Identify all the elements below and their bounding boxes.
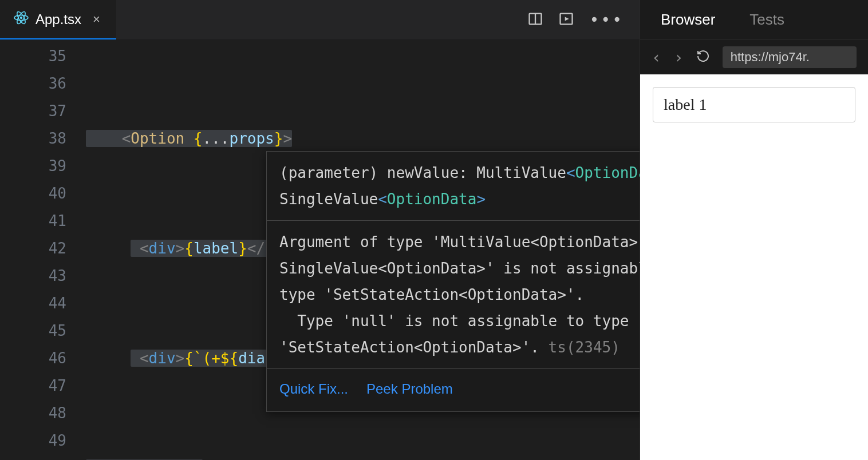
line-number: 45 [0, 317, 66, 344]
line-number: 40 [0, 180, 66, 207]
code-line[interactable]: <Option {...props}> [86, 125, 640, 152]
line-number: 37 [0, 97, 66, 125]
browser-toolbar: ‹ › https://mjo74r. [640, 40, 868, 74]
more-icon[interactable]: ••• [589, 12, 624, 28]
code-area[interactable]: 35 36 37 38 39 40 41 42 43 44 45 46 47 4… [0, 40, 640, 460]
svg-marker-7 [565, 17, 569, 21]
editor-pane: App.tsx × ••• 35 36 37 38 39 40 41 42 43… [0, 0, 640, 460]
line-number: 35 [0, 42, 66, 70]
browser-content: label 1 [640, 74, 868, 460]
reload-icon[interactable] [696, 49, 710, 65]
right-tabs: Browser Tests [640, 0, 868, 40]
line-number: 43 [0, 262, 66, 290]
code-line[interactable]: </Option> [86, 454, 640, 460]
tab-bar-spacer [116, 0, 512, 39]
open-preview-icon[interactable] [558, 11, 574, 29]
close-icon[interactable]: × [88, 12, 105, 27]
line-number: 46 [0, 344, 66, 372]
gutter: 35 36 37 38 39 40 41 42 43 44 45 46 47 4… [0, 40, 86, 460]
forward-icon[interactable]: › [674, 48, 684, 67]
tab-app-tsx[interactable]: App.tsx × [0, 0, 116, 39]
line-number: 49 [0, 427, 66, 454]
svg-point-3 [20, 16, 22, 18]
tab-browser[interactable]: Browser [661, 11, 715, 29]
url-bar[interactable]: https://mjo74r. [723, 46, 857, 68]
quick-fix-link[interactable]: Quick Fix... [279, 376, 348, 402]
line-number: 39 [0, 152, 66, 180]
line-number: 42 [0, 235, 66, 262]
hover-error-message: Argument of type 'MultiValue<OptionData>… [267, 220, 640, 368]
tab-bar: App.tsx × ••• [0, 0, 640, 40]
react-icon [14, 10, 29, 29]
hover-actions: Quick Fix... Peek Problem [267, 368, 640, 411]
split-editor-icon[interactable] [527, 11, 543, 29]
tab-tests[interactable]: Tests [749, 11, 784, 29]
back-icon[interactable]: ‹ [652, 48, 661, 67]
line-number: 41 [0, 207, 66, 235]
select-control[interactable]: label 1 [653, 87, 855, 122]
hover-popup: (parameter) newValue: MultiValue<OptionD… [266, 151, 640, 412]
hover-signature: (parameter) newValue: MultiValue<OptionD… [267, 152, 640, 220]
line-number: 36 [0, 70, 66, 97]
line-number: 38 [0, 125, 66, 152]
line-number: 44 [0, 290, 66, 317]
line-number: 47 [0, 372, 66, 399]
peek-problem-link[interactable]: Peek Problem [366, 376, 453, 402]
tab-filename: App.tsx [35, 11, 81, 27]
right-pane: Browser Tests ‹ › https://mjo74r. label … [640, 0, 868, 460]
tab-actions: ••• [511, 0, 640, 39]
line-number: 48 [0, 399, 66, 427]
